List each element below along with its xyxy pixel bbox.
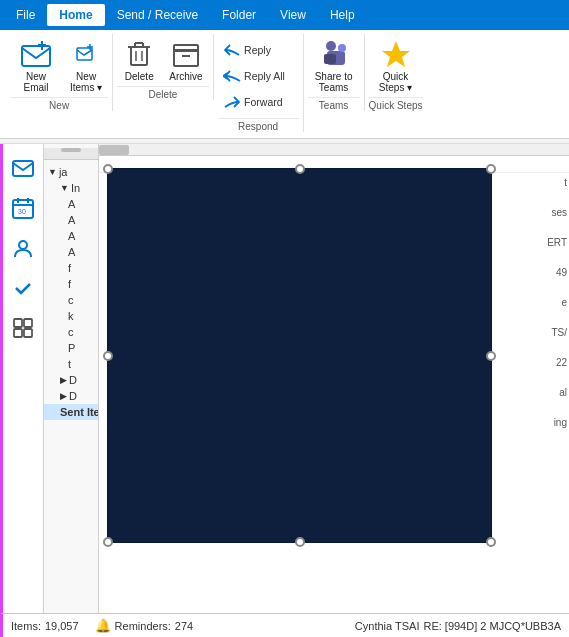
svg-rect-31 <box>24 329 32 337</box>
ribbon-group-delete-label: Delete <box>117 86 208 100</box>
tab-folder[interactable]: Folder <box>210 4 268 26</box>
reminders-section[interactable]: 🔔 Reminders: 274 <box>95 618 194 633</box>
folder-item-t[interactable]: t <box>44 356 98 372</box>
folder-item-d2[interactable]: ▶D <box>44 388 98 404</box>
reply-all-icon <box>223 67 241 85</box>
new-email-label: NewEmail <box>23 71 48 93</box>
tab-help[interactable]: Help <box>318 4 367 26</box>
resize-handle-bottom-left[interactable] <box>103 537 113 547</box>
folder-item-a2[interactable]: A <box>44 212 98 228</box>
sidebar-icon-tasks[interactable] <box>5 270 41 306</box>
forward-label: Forward <box>244 96 283 108</box>
folder-tree: ▼ja ▼In A A A A f f c k c P t ▶D ▶D Sent… <box>44 160 98 424</box>
archive-label: Archive <box>169 71 202 82</box>
tab-file[interactable]: File <box>4 4 47 26</box>
svg-point-27 <box>19 241 27 249</box>
reply-label: Reply <box>244 44 271 56</box>
items-label: Items: <box>11 620 41 632</box>
selected-email-info: Cynthia TSAI RE: [994D] 2 MJCQ*UBB3A <box>355 620 561 632</box>
preview-pane <box>107 168 492 543</box>
archive-button[interactable]: Archive <box>163 34 208 86</box>
ribbon-group-respond: Reply Reply All <box>214 34 304 132</box>
reminders-label: Reminders: <box>115 620 171 632</box>
ribbon-group-new-label: New <box>10 97 108 111</box>
arrow-icon: ▶ <box>60 391 67 401</box>
items-count: 19,057 <box>45 620 79 632</box>
tab-send-receive[interactable]: Send / Receive <box>105 4 210 26</box>
quick-steps-button[interactable]: QuickSteps ▾ <box>370 34 422 97</box>
folder-item-a1[interactable]: A <box>44 196 98 212</box>
resize-handle-bottom-right[interactable] <box>486 537 496 547</box>
sidebar-icon-calendar[interactable]: 30 <box>5 190 41 226</box>
tab-bar: File Home Send / Receive Folder View Hel… <box>0 0 569 30</box>
resize-handle-middle-left[interactable] <box>103 351 113 361</box>
sidebar-icon-people[interactable] <box>5 230 41 266</box>
scroll-thumb[interactable] <box>99 145 129 155</box>
tab-view[interactable]: View <box>268 4 318 26</box>
snippet-1: t <box>564 177 567 188</box>
new-items-icon <box>70 38 102 70</box>
status-bar: Items: 19,057 🔔 Reminders: 274 Cynthia T… <box>0 613 569 637</box>
svg-point-18 <box>326 41 336 51</box>
reminders-count: 274 <box>175 620 193 632</box>
share-to-teams-button[interactable]: Share toTeams <box>308 34 360 97</box>
folder-item-a3[interactable]: A <box>44 228 98 244</box>
folder-item-ja[interactable]: ▼ja <box>44 164 98 180</box>
new-items-label: NewItems ▾ <box>70 71 102 93</box>
snippet-9: ing <box>554 417 567 428</box>
sidebar: 30 <box>0 144 44 632</box>
delete-label: Delete <box>125 71 154 82</box>
resize-handle-top-center[interactable] <box>295 164 305 174</box>
folder-item-f1[interactable]: f <box>44 260 98 276</box>
ribbon-group-respond-label: Respond <box>218 118 299 132</box>
reply-button[interactable]: Reply <box>218 38 298 62</box>
new-email-icon <box>20 38 52 70</box>
ribbon-group-teams: Share toTeams Teams <box>304 34 365 111</box>
folder-item-c1[interactable]: c <box>44 292 98 308</box>
svg-point-17 <box>338 44 346 52</box>
folder-item-sent[interactable]: Sent Items <box>44 404 98 420</box>
svg-rect-21 <box>13 161 33 176</box>
reply-icon <box>223 41 241 59</box>
arrow-icon: ▼ <box>60 183 69 193</box>
folder-item-k[interactable]: k <box>44 308 98 324</box>
folder-item-inbox[interactable]: ▼In <box>44 180 98 196</box>
folder-item-c2[interactable]: c <box>44 324 98 340</box>
tab-home[interactable]: Home <box>47 4 104 26</box>
ribbon-group-delete: Delete Archive Delete <box>113 34 213 100</box>
svg-rect-13 <box>174 50 198 66</box>
arrow-icon: ▼ <box>48 167 57 177</box>
svg-text:30: 30 <box>18 208 26 215</box>
teams-icon <box>318 38 350 70</box>
sidebar-icon-mail[interactable] <box>5 150 41 186</box>
svg-rect-6 <box>131 47 147 65</box>
new-items-button[interactable]: NewItems ▾ <box>64 34 108 97</box>
folder-item-d1[interactable]: ▶D <box>44 372 98 388</box>
email-sender-status: Cynthia TSAI <box>355 620 420 632</box>
resize-handle-top-right[interactable] <box>486 164 496 174</box>
resize-handle-bottom-center[interactable] <box>295 537 305 547</box>
resize-handle-top-left[interactable] <box>103 164 113 174</box>
new-email-button[interactable]: NewEmail <box>10 34 62 97</box>
main-layout: 30 ▼ja <box>0 144 569 632</box>
snippet-8: al <box>559 387 567 398</box>
horizontal-resize-handle[interactable] <box>44 148 98 160</box>
folder-panel: ▼ja ▼In A A A A f f c k c P t ▶D ▶D Sent… <box>44 144 99 632</box>
folder-item-p[interactable]: P <box>44 340 98 356</box>
reminders-bell-icon: 🔔 <box>95 618 111 633</box>
ribbon-group-quick-steps-label: Quick Steps <box>369 97 423 111</box>
snippet-5: e <box>561 297 567 308</box>
quick-steps-icon <box>380 38 412 70</box>
horizontal-scrollbar[interactable] <box>99 144 569 156</box>
snippet-2: ses <box>551 207 567 218</box>
resize-handle-middle-right[interactable] <box>486 351 496 361</box>
sidebar-icon-apps[interactable] <box>5 310 41 346</box>
forward-icon <box>223 93 241 111</box>
reply-all-button[interactable]: Reply All <box>218 64 298 88</box>
folder-item-a4[interactable]: A <box>44 244 98 260</box>
folder-item-f2[interactable]: f <box>44 276 98 292</box>
delete-button[interactable]: Delete <box>117 34 161 86</box>
svg-rect-19 <box>324 54 336 64</box>
items-count-section: Items: 19,057 <box>11 620 79 632</box>
forward-button[interactable]: Forward <box>218 90 298 114</box>
